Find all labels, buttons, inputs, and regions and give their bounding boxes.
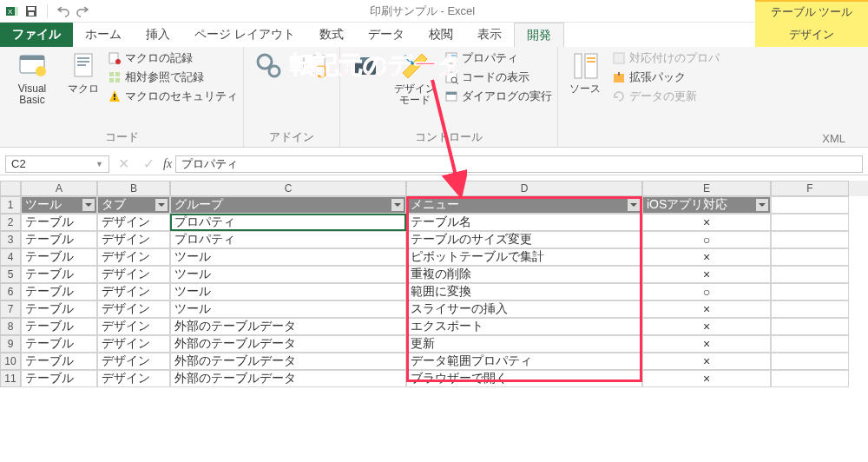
cell-A3[interactable]: テーブル: [21, 231, 97, 248]
cell-F6[interactable]: [771, 283, 849, 300]
com-addin-button[interactable]: [294, 50, 334, 82]
record-macro-button[interactable]: マクロの記録: [108, 50, 238, 66]
filter-icon[interactable]: [628, 199, 640, 211]
cell-A2[interactable]: テーブル: [21, 214, 97, 231]
cell-C10[interactable]: 外部のテーブルデータ: [170, 353, 406, 370]
tab-developer[interactable]: 開発: [514, 23, 564, 47]
col-header-D[interactable]: D: [406, 181, 642, 196]
cell-E6[interactable]: ○: [642, 283, 771, 300]
cell-D9[interactable]: 更新: [406, 335, 642, 353]
tab-table-design[interactable]: デザイン: [755, 23, 868, 47]
cell-D10[interactable]: データ範囲プロパティ: [406, 353, 642, 370]
name-box[interactable]: C2 ▼: [5, 155, 109, 173]
cell-E4[interactable]: ×: [642, 248, 771, 266]
view-code-button[interactable]: コードの表示: [444, 69, 552, 85]
cell-A10[interactable]: テーブル: [21, 353, 97, 370]
tab-data[interactable]: データ: [356, 23, 417, 47]
redo-icon[interactable]: [76, 4, 89, 18]
cell-B7[interactable]: デザイン: [97, 300, 170, 318]
cell-B3[interactable]: デザイン: [97, 231, 170, 248]
filter-icon[interactable]: [155, 199, 168, 211]
cell-B5[interactable]: デザイン: [97, 266, 170, 283]
row-header-11[interactable]: 11: [0, 370, 21, 387]
cell-D2[interactable]: テーブル名: [406, 214, 642, 231]
cell-D11[interactable]: ブラウザーで開く: [406, 370, 642, 387]
cell-A4[interactable]: テーブル: [21, 248, 97, 266]
cell-E11[interactable]: ×: [642, 370, 771, 387]
cell-C3[interactable]: プロパティ: [170, 231, 406, 248]
row-header-8[interactable]: 8: [0, 318, 21, 335]
enter-icon[interactable]: ✓: [138, 155, 160, 172]
row-header-6[interactable]: 6: [0, 283, 21, 300]
cell-F5[interactable]: [771, 266, 849, 283]
cell-B6[interactable]: デザイン: [97, 283, 170, 300]
cell-C2[interactable]: プロパティ: [170, 214, 406, 231]
tab-view[interactable]: 表示: [465, 23, 514, 47]
cell-C5[interactable]: ツール: [170, 266, 406, 283]
cell-F9[interactable]: [771, 335, 849, 353]
cell-A11[interactable]: テーブル: [21, 370, 97, 387]
cell-E8[interactable]: ×: [642, 318, 771, 335]
cell-B2[interactable]: デザイン: [97, 214, 170, 231]
cell-F7[interactable]: [771, 300, 849, 318]
col-header-B[interactable]: B: [97, 181, 170, 196]
relative-ref-button[interactable]: 相対参照で記録: [108, 69, 238, 85]
row-header-1[interactable]: 1: [0, 196, 21, 214]
cell-C11[interactable]: 外部のテーブルデータ: [170, 370, 406, 387]
save-icon[interactable]: [24, 4, 38, 18]
row-header-3[interactable]: 3: [0, 231, 21, 248]
cell-E2[interactable]: ×: [642, 214, 771, 231]
formula-input[interactable]: プロパティ: [175, 155, 863, 173]
design-mode-button[interactable]: デザイン モード: [391, 50, 439, 106]
row-header-10[interactable]: 10: [0, 353, 21, 370]
excel-app-icon[interactable]: X: [5, 4, 19, 18]
xml-source-button[interactable]: ソース: [563, 50, 607, 95]
properties-button[interactable]: プロパティ: [444, 50, 552, 66]
cell-F3[interactable]: [771, 231, 849, 248]
filter-icon[interactable]: [756, 199, 768, 211]
filter-icon[interactable]: [82, 199, 95, 211]
cell-B4[interactable]: デザイン: [97, 248, 170, 266]
cell-F11[interactable]: [771, 370, 849, 387]
col-header-C[interactable]: C: [170, 181, 406, 196]
cell-E7[interactable]: ×: [642, 300, 771, 318]
cell-F10[interactable]: [771, 353, 849, 370]
cell-E10[interactable]: ×: [642, 353, 771, 370]
cell-B8[interactable]: デザイン: [97, 318, 170, 335]
cell-D8[interactable]: エクスポート: [406, 318, 642, 335]
cell-C7[interactable]: ツール: [170, 300, 406, 318]
col-header-E[interactable]: E: [642, 181, 771, 196]
cell-D7[interactable]: スライサーの挿入: [406, 300, 642, 318]
table-header-menu[interactable]: メニュー: [406, 196, 642, 214]
cell-C8[interactable]: 外部のテーブルデータ: [170, 318, 406, 335]
cell-C6[interactable]: ツール: [170, 283, 406, 300]
cell-A6[interactable]: テーブル: [21, 283, 97, 300]
col-header-F[interactable]: F: [771, 181, 849, 196]
cell-B11[interactable]: デザイン: [97, 370, 170, 387]
tab-review[interactable]: 校閲: [417, 23, 465, 47]
tab-home[interactable]: ホーム: [73, 23, 134, 47]
tab-formula[interactable]: 数式: [307, 23, 356, 47]
cell-F4[interactable]: [771, 248, 849, 266]
visual-basic-button[interactable]: Visual Basic: [5, 50, 59, 106]
cell-E9[interactable]: ×: [642, 335, 771, 353]
cell-C4[interactable]: ツール: [170, 248, 406, 266]
row-header-5[interactable]: 5: [0, 266, 21, 283]
expansion-pack-button[interactable]: 拡張パック: [612, 69, 720, 85]
macro-security-button[interactable]: マクロのセキュリティ: [108, 89, 238, 104]
addin-button[interactable]: [249, 50, 289, 82]
tab-insert[interactable]: 挿入: [134, 23, 182, 47]
tab-page-layout[interactable]: ページ レイアウト: [182, 23, 307, 47]
undo-icon[interactable]: [56, 4, 70, 18]
cell-D6[interactable]: 範囲に変換: [406, 283, 642, 300]
cell-F1[interactable]: [771, 196, 849, 214]
table-header-group[interactable]: グループ: [170, 196, 406, 214]
table-header-ios[interactable]: iOSアプリ対応: [642, 196, 771, 214]
row-header-4[interactable]: 4: [0, 248, 21, 266]
row-header-2[interactable]: 2: [0, 214, 21, 231]
col-header-A[interactable]: A: [21, 181, 97, 196]
macro-button[interactable]: マクロ: [64, 50, 102, 95]
cell-E5[interactable]: ×: [642, 266, 771, 283]
cell-E3[interactable]: ○: [642, 231, 771, 248]
select-all-corner[interactable]: [0, 181, 21, 196]
